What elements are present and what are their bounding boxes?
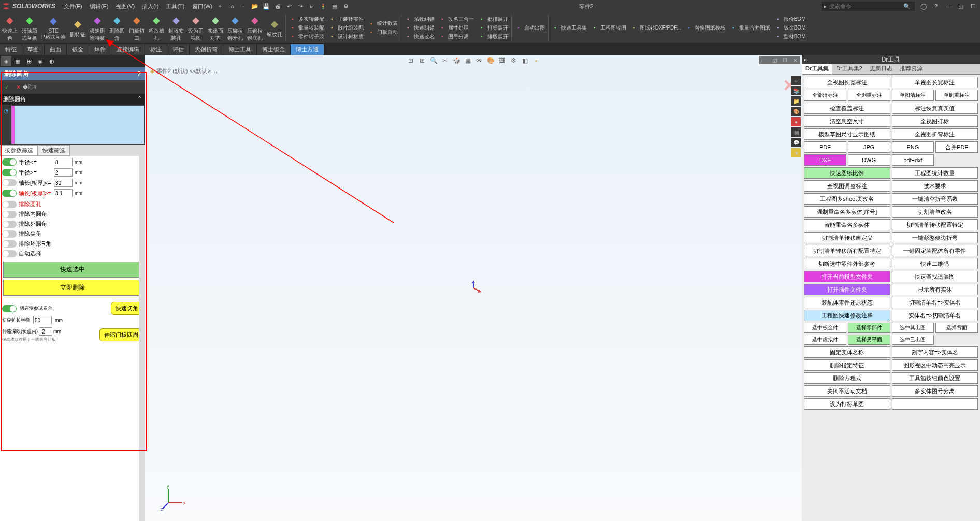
toggle-轴长[板厚]>=[interactable] [2,190,17,197]
tool-全视图折弯标注[interactable]: 全视图折弯标注 [892,128,978,140]
panel-scrollbar[interactable] [139,153,145,521]
section-selection[interactable]: 删除圆角 ⌃ [0,94,145,105]
ribbon-small-型材BOM[interactable]: ▪型材BOM [773,33,807,41]
tool-工程图统计数量[interactable]: 工程图统计数量 [892,167,978,179]
tool-工具箱按钮颜色设置[interactable]: 工具箱按钮颜色设置 [892,372,978,384]
resources-icon[interactable]: ⌂ [791,76,801,85]
ribbon-small-设计树材质[interactable]: ▪设计树材质 [327,33,365,41]
config-icon[interactable]: ⊞ [24,56,34,66]
ribbon-螺纹孔[interactable]: ◆螺纹孔 [265,12,284,43]
design-lib-icon[interactable]: 📚 [791,86,801,95]
tool-固定实体名称[interactable]: 固定实体名称 [804,346,890,358]
right-tab-Dr工具集2[interactable]: Dr工具集2 [832,63,866,74]
menu-工具(T)[interactable]: 工具(T) [163,2,188,11]
tool-多实体图号分离[interactable]: 多实体图号分离 [892,385,978,397]
minimize-icon[interactable]: — [944,2,953,11]
tab-焊件[interactable]: 焊件 [89,44,111,55]
cut-radius-input[interactable] [33,316,52,324]
select-icon[interactable]: ▹ [307,2,316,11]
tool-关闭不活动文档[interactable]: 关闭不活动文档 [804,385,890,397]
ribbon-small-批量转装配[interactable]: ▪批量转装配 [288,24,325,32]
ribbon-删除圆角[interactable]: ◆删除圆角 [107,12,127,43]
tab-博士工具[interactable]: 博士工具 [223,44,257,55]
tool-显示所有实体[interactable]: 显示所有实体 [892,284,978,295]
tool-工程图多sheet页改名[interactable]: 工程图多sheet页改名 [804,193,890,205]
view-palette-icon[interactable]: 🎨 [791,107,801,116]
tool-全视图打标[interactable]: 全视图打标 [892,115,978,127]
tool-全视图调整标注[interactable]: 全视图调整标注 [804,180,890,192]
tool-选中已出图[interactable]: 选中已出图 [892,335,934,345]
doc-icon[interactable]: ▤ [330,2,339,11]
flyout-tree[interactable]: ◈ 零件2 (默认) <<默认>_... [150,67,219,75]
cancel-icon[interactable]: ✕ [13,82,23,92]
ribbon-small-图纸转DXF/PDF...[interactable]: ▪图纸转DXF/PDF... [629,24,682,32]
input-半径<=[interactable] [54,158,73,166]
tab-博士方通[interactable]: 博士方通 [291,44,324,55]
open-icon[interactable]: 📂 [250,2,260,11]
tool-切割清单改名[interactable]: 切割清单改名 [892,206,978,218]
ribbon-small-门板自动[interactable]: ▪门板自动 [367,28,399,36]
collapse-right-icon[interactable]: « [804,56,808,63]
ribbon-门板切口[interactable]: ◆门板切口 [127,12,147,43]
help-icon[interactable]: ? [931,2,941,11]
tab-特征[interactable]: 特征 [0,44,22,55]
pushpin-icon[interactable]: �িন [25,82,34,92]
edit-appear-icon[interactable]: 🎨 [486,56,495,65]
tool-合并PDF[interactable]: 合并PDF [935,141,978,153]
view-orient-icon[interactable]: 🎲 [452,56,461,65]
menu-窗口(W)[interactable]: 窗口(W) [189,2,216,11]
tool-全部清标注[interactable]: 全部清标注 [804,90,846,101]
tool-切割清单转移所有配置特定[interactable]: 切割清单转移所有配置特定 [804,245,890,256]
zoom-fit-icon[interactable]: ⊡ [406,56,415,65]
undo-icon[interactable]: ↶ [284,2,294,11]
ribbon-small-打标展开[interactable]: ▪打标展开 [477,24,509,32]
tool-DWG[interactable]: DWG [848,154,890,166]
apply-scene-icon[interactable]: 🖼 [497,56,507,65]
hide-show-icon[interactable]: 👁 [474,56,484,65]
toggle-排除环形R角[interactable] [2,240,17,248]
feature-tree-icon[interactable]: ◈ [1,56,11,66]
tool-DXF[interactable]: DXF [804,154,846,166]
ribbon-small-系数纠错[interactable]: ▪系数纠错 [403,15,436,23]
ribbon-small-自动出图[interactable]: ▪自动出图 [514,24,546,32]
command-search[interactable]: ▸ 🔍 [822,2,915,11]
tab-曲面[interactable]: 曲面 [45,44,67,55]
tool-切割清单转移自定义[interactable]: 切割清单转移自定义 [804,232,890,243]
tool-选中其出图[interactable]: 选中其出图 [892,323,934,333]
ribbon-实体面对齐[interactable]: ◆实体面对齐 [206,12,225,43]
tab-天创折弯[interactable]: 天创折弯 [190,44,223,55]
toggle-轴长[板厚]<=[interactable] [2,179,17,186]
ribbon-small-快速纠错[interactable]: ▪快速纠错 [403,24,436,32]
tool-模型草图尺寸显示图纸[interactable]: 模型草图尺寸显示图纸 [804,128,890,140]
ribbon-small-替换图纸模板[interactable]: ▪替换图纸模板 [684,24,727,32]
tool-一键清空折弯系数[interactable]: 一键清空折弯系数 [892,193,978,205]
user-icon[interactable]: ◯ [919,2,928,11]
ribbon-small-快速工具集[interactable]: ▪快速工具集 [551,24,588,32]
forum-icon[interactable]: 💬 [791,138,801,147]
tool-智能重命名多实体[interactable]: 智能重命名多实体 [804,219,890,230]
tool-选中板金件[interactable]: 选中板金件 [804,323,846,333]
ribbon-small-散件组装配[interactable]: ▪散件组装配 [327,24,365,32]
ribbon-small-统计数表[interactable]: ▪统计数表 [367,19,399,27]
tool-打开当前模型文件夹[interactable]: 打开当前模型文件夹 [804,271,890,282]
toggle-排除圆孔[interactable] [2,201,17,208]
ribbon-清除颜式互换[interactable]: ◆清除颜式互换 [20,12,39,43]
ribbon-设为正视图[interactable]: ◆设为正视图 [186,12,206,43]
ribbon-快速上色[interactable]: ◆快速上色 [0,12,20,43]
tool-装配体零件还原状态[interactable]: 装配体零件还原状态 [804,297,890,308]
right-tab-推荐资源[interactable]: 推荐资源 [896,63,926,74]
ribbon-极速删除特征[interactable]: ◆极速删除特征 [88,12,107,43]
tool-刻字内容=>实体名[interactable]: 刻字内容=>实体名 [892,346,978,358]
tool-删除指定特征[interactable]: 删除指定特征 [804,359,890,371]
home-icon[interactable]: ⌂ [227,2,237,11]
tool-选择零部件[interactable]: 选择零部件 [848,323,890,333]
tool-单删重标注[interactable]: 单删重标注 [935,90,978,101]
tool-快速图纸比例[interactable]: 快速图纸比例 [804,167,890,179]
file-explorer-icon[interactable]: 📁 [791,96,801,106]
property-icon[interactable]: ▦ [12,56,23,66]
ribbon-压铆拉铆牙孔[interactable]: ◆压铆拉铆牙孔 [225,12,245,43]
tool-检查覆盖标注[interactable]: 检查覆盖标注 [804,103,890,114]
tool-切断选中零件外部参考[interactable]: 切断选中零件外部参考 [804,258,890,269]
tool-快速二维码[interactable]: 快速二维码 [892,258,978,269]
ribbon-small-属性处理[interactable]: ▪属性处理 [438,24,475,32]
